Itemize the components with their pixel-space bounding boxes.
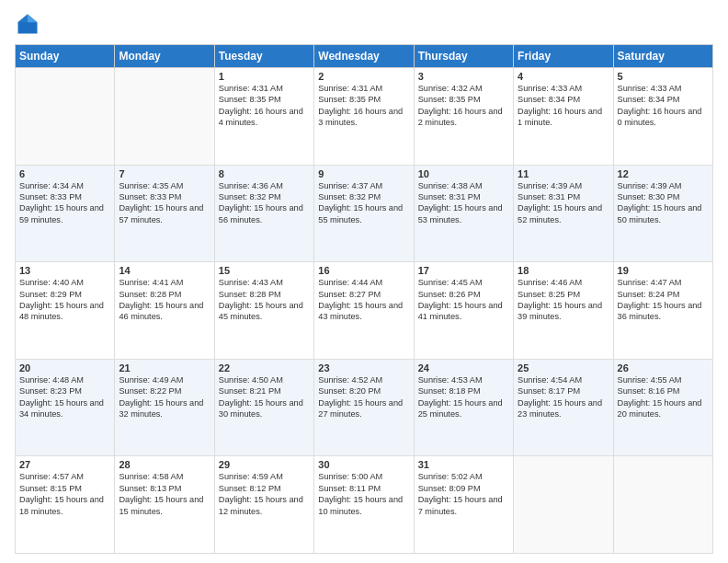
day-number: 12 [618, 168, 709, 179]
logo-icon [15, 11, 40, 37]
calendar-cell: 30Sunrise: 5:00 AM Sunset: 8:11 PM Dayli… [314, 456, 414, 554]
day-info: Sunrise: 4:41 AM Sunset: 8:28 PM Dayligh… [119, 277, 210, 323]
day-info: Sunrise: 4:44 AM Sunset: 8:27 PM Dayligh… [318, 277, 409, 323]
day-number: 6 [19, 168, 110, 179]
day-info: Sunrise: 4:53 AM Sunset: 8:18 PM Dayligh… [418, 374, 509, 420]
weekday-header-friday: Friday [514, 45, 613, 68]
day-info: Sunrise: 4:57 AM Sunset: 8:15 PM Dayligh… [19, 471, 110, 517]
day-info: Sunrise: 4:38 AM Sunset: 8:31 PM Dayligh… [418, 180, 509, 226]
day-number: 10 [418, 168, 509, 179]
day-number: 19 [618, 265, 709, 276]
day-info: Sunrise: 4:31 AM Sunset: 8:35 PM Dayligh… [219, 83, 310, 129]
day-number: 24 [418, 362, 509, 373]
day-info: Sunrise: 4:39 AM Sunset: 8:30 PM Dayligh… [618, 180, 709, 226]
day-info: Sunrise: 4:46 AM Sunset: 8:25 PM Dayligh… [518, 277, 609, 323]
day-info: Sunrise: 4:45 AM Sunset: 8:26 PM Dayligh… [418, 277, 509, 323]
calendar-cell: 14Sunrise: 4:41 AM Sunset: 8:28 PM Dayli… [115, 262, 214, 360]
calendar-cell [613, 456, 712, 554]
day-info: Sunrise: 4:54 AM Sunset: 8:17 PM Dayligh… [518, 374, 609, 420]
day-number: 11 [518, 168, 609, 179]
day-number: 22 [219, 362, 310, 373]
day-number: 1 [219, 71, 310, 82]
day-number: 23 [318, 362, 409, 373]
day-info: Sunrise: 4:58 AM Sunset: 8:13 PM Dayligh… [119, 471, 210, 517]
day-info: Sunrise: 4:33 AM Sunset: 8:34 PM Dayligh… [518, 83, 609, 129]
day-number: 15 [219, 265, 310, 276]
calendar-cell [16, 68, 115, 166]
day-number: 18 [518, 265, 609, 276]
calendar-cell: 25Sunrise: 4:54 AM Sunset: 8:17 PM Dayli… [514, 359, 613, 456]
calendar-table: SundayMondayTuesdayWednesdayThursdayFrid… [15, 44, 713, 554]
calendar-cell: 10Sunrise: 4:38 AM Sunset: 8:31 PM Dayli… [414, 165, 513, 262]
day-number: 7 [119, 168, 210, 179]
calendar-cell: 27Sunrise: 4:57 AM Sunset: 8:15 PM Dayli… [16, 456, 115, 554]
day-number: 13 [19, 265, 110, 276]
calendar-cell: 13Sunrise: 4:40 AM Sunset: 8:29 PM Dayli… [16, 262, 115, 360]
day-info: Sunrise: 4:39 AM Sunset: 8:31 PM Dayligh… [518, 180, 609, 226]
weekday-header-thursday: Thursday [414, 45, 513, 68]
day-info: Sunrise: 5:02 AM Sunset: 8:09 PM Dayligh… [418, 471, 509, 517]
day-number: 8 [219, 168, 310, 179]
calendar-cell: 7Sunrise: 4:35 AM Sunset: 8:33 PM Daylig… [115, 165, 214, 262]
day-info: Sunrise: 4:49 AM Sunset: 8:22 PM Dayligh… [119, 374, 210, 420]
calendar-cell: 20Sunrise: 4:48 AM Sunset: 8:23 PM Dayli… [16, 359, 115, 456]
calendar-cell: 4Sunrise: 4:33 AM Sunset: 8:34 PM Daylig… [514, 68, 613, 166]
calendar-cell: 15Sunrise: 4:43 AM Sunset: 8:28 PM Dayli… [214, 262, 313, 360]
logo [15, 11, 44, 37]
day-info: Sunrise: 4:36 AM Sunset: 8:32 PM Dayligh… [219, 180, 310, 226]
calendar-week-row: 1Sunrise: 4:31 AM Sunset: 8:35 PM Daylig… [16, 68, 713, 166]
calendar-cell [514, 456, 613, 554]
calendar-cell: 31Sunrise: 5:02 AM Sunset: 8:09 PM Dayli… [414, 456, 513, 554]
calendar-cell: 18Sunrise: 4:46 AM Sunset: 8:25 PM Dayli… [514, 262, 613, 360]
calendar-cell: 3Sunrise: 4:32 AM Sunset: 8:35 PM Daylig… [414, 68, 513, 166]
day-info: Sunrise: 4:52 AM Sunset: 8:20 PM Dayligh… [318, 374, 409, 420]
calendar-cell: 26Sunrise: 4:55 AM Sunset: 8:16 PM Dayli… [613, 359, 712, 456]
calendar-week-row: 13Sunrise: 4:40 AM Sunset: 8:29 PM Dayli… [16, 262, 713, 360]
calendar-cell: 28Sunrise: 4:58 AM Sunset: 8:13 PM Dayli… [115, 456, 214, 554]
day-number: 4 [518, 71, 609, 82]
weekday-header-row: SundayMondayTuesdayWednesdayThursdayFrid… [16, 45, 713, 68]
calendar-cell: 5Sunrise: 4:33 AM Sunset: 8:34 PM Daylig… [613, 68, 712, 166]
day-number: 17 [418, 265, 509, 276]
calendar-cell: 23Sunrise: 4:52 AM Sunset: 8:20 PM Dayli… [314, 359, 414, 456]
day-number: 5 [618, 71, 709, 82]
day-info: Sunrise: 4:40 AM Sunset: 8:29 PM Dayligh… [19, 277, 110, 323]
day-info: Sunrise: 4:32 AM Sunset: 8:35 PM Dayligh… [418, 83, 509, 129]
day-number: 31 [418, 459, 509, 470]
day-number: 14 [119, 265, 210, 276]
calendar-week-row: 6Sunrise: 4:34 AM Sunset: 8:33 PM Daylig… [16, 165, 713, 262]
day-number: 20 [19, 362, 110, 373]
day-number: 3 [418, 71, 509, 82]
calendar-cell: 8Sunrise: 4:36 AM Sunset: 8:32 PM Daylig… [214, 165, 313, 262]
day-info: Sunrise: 4:50 AM Sunset: 8:21 PM Dayligh… [219, 374, 310, 420]
calendar-cell: 21Sunrise: 4:49 AM Sunset: 8:22 PM Dayli… [115, 359, 214, 456]
calendar-week-row: 27Sunrise: 4:57 AM Sunset: 8:15 PM Dayli… [16, 456, 713, 554]
calendar-cell: 11Sunrise: 4:39 AM Sunset: 8:31 PM Dayli… [514, 165, 613, 262]
day-info: Sunrise: 4:33 AM Sunset: 8:34 PM Dayligh… [618, 83, 709, 129]
day-info: Sunrise: 4:35 AM Sunset: 8:33 PM Dayligh… [119, 180, 210, 226]
day-info: Sunrise: 5:00 AM Sunset: 8:11 PM Dayligh… [318, 471, 409, 517]
day-number: 25 [518, 362, 609, 373]
weekday-header-wednesday: Wednesday [314, 45, 414, 68]
weekday-header-saturday: Saturday [613, 45, 712, 68]
day-number: 27 [19, 459, 110, 470]
calendar-cell: 19Sunrise: 4:47 AM Sunset: 8:24 PM Dayli… [613, 262, 712, 360]
day-info: Sunrise: 4:37 AM Sunset: 8:32 PM Dayligh… [318, 180, 409, 226]
calendar-cell: 9Sunrise: 4:37 AM Sunset: 8:32 PM Daylig… [314, 165, 414, 262]
calendar-cell [115, 68, 214, 166]
svg-marker-2 [18, 15, 28, 23]
day-info: Sunrise: 4:47 AM Sunset: 8:24 PM Dayligh… [618, 277, 709, 323]
calendar-cell: 6Sunrise: 4:34 AM Sunset: 8:33 PM Daylig… [16, 165, 115, 262]
header [15, 11, 713, 37]
day-number: 30 [318, 459, 409, 470]
day-number: 16 [318, 265, 409, 276]
calendar-week-row: 20Sunrise: 4:48 AM Sunset: 8:23 PM Dayli… [16, 359, 713, 456]
calendar-cell: 22Sunrise: 4:50 AM Sunset: 8:21 PM Dayli… [214, 359, 313, 456]
day-number: 29 [219, 459, 310, 470]
weekday-header-sunday: Sunday [16, 45, 115, 68]
calendar-cell: 16Sunrise: 4:44 AM Sunset: 8:27 PM Dayli… [314, 262, 414, 360]
day-number: 9 [318, 168, 409, 179]
svg-marker-1 [28, 15, 38, 23]
calendar-cell: 24Sunrise: 4:53 AM Sunset: 8:18 PM Dayli… [414, 359, 513, 456]
page: SundayMondayTuesdayWednesdayThursdayFrid… [0, 0, 728, 563]
